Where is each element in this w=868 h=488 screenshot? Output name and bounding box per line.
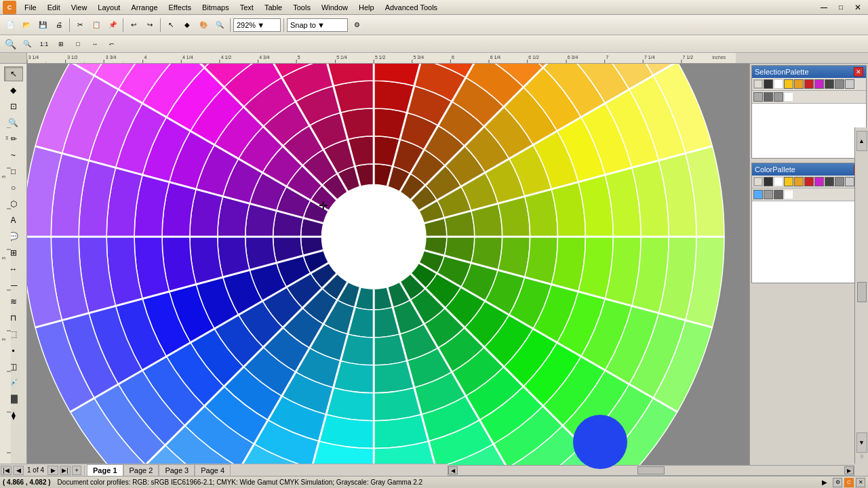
black-swatch[interactable] xyxy=(764,79,773,89)
selection-palette-close[interactable]: ✕ xyxy=(854,67,863,77)
menu-effects[interactable]: Effects xyxy=(163,2,197,13)
page-tab-3[interactable]: Page 3 xyxy=(159,464,195,476)
node-tool[interactable]: ◆ xyxy=(4,83,23,98)
scroll-up-btn[interactable]: ▲ xyxy=(856,131,867,151)
darkgray-swatch[interactable] xyxy=(825,79,834,89)
color-palette-header[interactable]: ColorPallete ✕ xyxy=(752,163,866,176)
select-btn[interactable]: ↖ xyxy=(163,18,178,33)
lightgray-swatch[interactable] xyxy=(845,79,854,89)
menu-help[interactable]: Help xyxy=(353,2,380,13)
profile-arrow[interactable]: ▶ xyxy=(822,479,827,486)
menu-file[interactable]: File xyxy=(19,2,42,13)
menu-edit[interactable]: Edit xyxy=(42,2,66,13)
add-page-btn[interactable]: + xyxy=(72,466,81,475)
horizontal-scrollbar[interactable]: ◀ ▶ xyxy=(448,465,854,476)
minimize-btn[interactable]: ─ xyxy=(816,0,831,15)
cp-red-swatch[interactable] xyxy=(804,177,814,186)
canvas-area[interactable]: ✛ xyxy=(27,64,749,476)
hscroll-thumb[interactable] xyxy=(637,466,665,474)
next-page-btn[interactable]: ▶ xyxy=(47,466,58,475)
yellow-swatch[interactable] xyxy=(784,79,793,89)
redo-btn[interactable]: ↪ xyxy=(142,18,157,33)
scroll-down-btn[interactable]: ▼ xyxy=(856,432,867,453)
zoom-fit-btn[interactable]: ⊞ xyxy=(54,37,68,52)
copy-btn[interactable]: 📋 xyxy=(89,18,104,33)
gray3-swatch[interactable] xyxy=(764,92,773,102)
zoom-out-btn[interactable]: 🔍 xyxy=(20,37,35,52)
print-btn[interactable]: 🖨 xyxy=(52,18,66,33)
undo-btn[interactable]: ↩ xyxy=(126,18,141,33)
hscroll-right-btn[interactable]: ▶ xyxy=(844,466,854,474)
orange-swatch[interactable] xyxy=(794,79,804,89)
hscroll-track2[interactable] xyxy=(665,467,844,474)
zoom-in-btn[interactable]: 🔍 xyxy=(3,37,18,52)
maximize-btn[interactable]: □ xyxy=(833,0,848,15)
hscroll-track[interactable] xyxy=(458,467,637,474)
cp-white2-swatch[interactable] xyxy=(784,190,793,199)
cp-yellow-swatch[interactable] xyxy=(784,177,793,186)
first-page-btn[interactable]: |◀ xyxy=(1,466,12,475)
node-btn[interactable]: ◆ xyxy=(180,18,195,33)
zoom-tool-btn[interactable]: 🔍 xyxy=(212,18,227,33)
magenta-swatch[interactable] xyxy=(814,79,824,89)
cp-gray2-swatch[interactable] xyxy=(764,190,773,199)
menu-bitmaps[interactable]: Bitmaps xyxy=(197,2,235,13)
hscroll-left-btn[interactable]: ◀ xyxy=(448,466,458,474)
status-close-btn[interactable]: ✕ xyxy=(856,478,865,487)
cp-darkgray-swatch[interactable] xyxy=(825,177,834,186)
page-tab-4[interactable]: Page 4 xyxy=(195,464,231,476)
menu-window[interactable]: Window xyxy=(316,2,353,13)
status-icon1[interactable]: ⚙ xyxy=(833,478,842,487)
white-swatch[interactable] xyxy=(774,79,783,89)
paste-btn[interactable]: 📌 xyxy=(105,18,120,33)
cp-white-swatch[interactable] xyxy=(774,177,783,186)
menu-table[interactable]: Table xyxy=(259,2,288,13)
snap-settings-btn[interactable]: ⚙ xyxy=(349,18,364,33)
color-picker-btn[interactable]: 🎨 xyxy=(196,18,211,33)
open-btn[interactable]: 📂 xyxy=(19,18,34,33)
svg-text:6 1/2: 6 1/2 xyxy=(528,54,538,61)
new-btn[interactable]: 📄 xyxy=(3,18,18,33)
menu-arrange[interactable]: Arrange xyxy=(125,2,163,13)
gray2-swatch[interactable] xyxy=(753,92,763,102)
zoom-prev-btn[interactable]: ⤺ xyxy=(104,37,119,52)
cp-black-swatch[interactable] xyxy=(764,177,773,186)
close-btn[interactable]: ✕ xyxy=(850,0,865,15)
cut-btn[interactable]: ✂ xyxy=(73,18,87,33)
zoom-100-btn[interactable]: 1:1 xyxy=(37,37,52,52)
pointer-tool[interactable]: ↖ xyxy=(4,66,23,81)
cp-orange-swatch[interactable] xyxy=(794,177,804,186)
color-palette-panel: ColorPallete ✕ xyxy=(751,163,867,283)
white2-swatch[interactable] xyxy=(784,92,793,102)
sep3 xyxy=(160,18,161,32)
selection-palette-header[interactable]: SelectionPalette ✕ xyxy=(752,66,866,78)
status-icon2[interactable]: C xyxy=(844,478,854,487)
cp-lightgray-swatch[interactable] xyxy=(845,177,854,186)
vscroll-thumb[interactable] xyxy=(857,282,867,302)
zoom-page-btn[interactable]: □ xyxy=(71,37,85,52)
prev-page-btn[interactable]: ◀ xyxy=(13,466,24,475)
menu-view[interactable]: View xyxy=(66,2,93,13)
crop-tool[interactable]: ⊡ xyxy=(4,99,23,114)
cp-gray-swatch[interactable] xyxy=(835,177,844,186)
cp-transparent-swatch[interactable] xyxy=(753,177,763,186)
menu-layout[interactable]: Layout xyxy=(92,2,125,13)
page-tab-2[interactable]: Page 2 xyxy=(123,464,159,476)
cp-magenta-swatch[interactable] xyxy=(814,177,824,186)
menu-advanced-tools[interactable]: Advanced Tools xyxy=(380,2,443,13)
cp-gray3-swatch[interactable] xyxy=(774,190,783,199)
zoom-dropdown[interactable]: 292% ▼ xyxy=(233,18,281,32)
cp-blue-swatch[interactable] xyxy=(753,190,763,199)
gray-swatch[interactable] xyxy=(835,79,844,89)
snap-dropdown[interactable]: Snap to ▼ xyxy=(287,18,348,32)
panel-grip[interactable]: ⠿ xyxy=(859,453,865,461)
zoom-width-btn[interactable]: ↔ xyxy=(87,37,102,52)
page-tab-1[interactable]: Page 1 xyxy=(87,464,123,476)
menu-text[interactable]: Text xyxy=(235,2,259,13)
red-swatch[interactable] xyxy=(804,79,814,89)
save-btn[interactable]: 💾 xyxy=(35,18,50,33)
transparent-swatch[interactable] xyxy=(753,79,763,89)
last-page-btn[interactable]: ▶| xyxy=(60,466,71,475)
menu-tools[interactable]: Tools xyxy=(288,2,316,13)
gray4-swatch[interactable] xyxy=(774,92,783,102)
